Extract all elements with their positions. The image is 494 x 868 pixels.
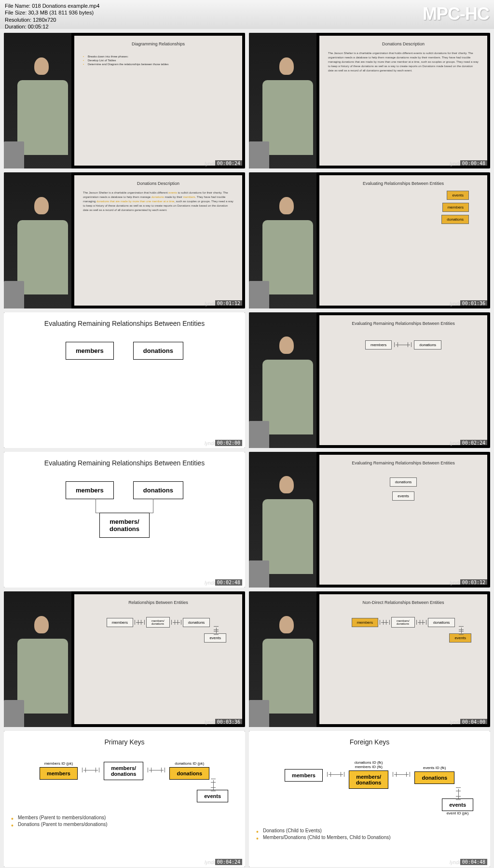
presenter <box>4 591 71 727</box>
thumbnail[interactable]: Evaluating Remaining Relationships Betwe… <box>249 312 490 448</box>
info-header: File Name: 018 Donations example.mp4 Fil… <box>0 0 494 29</box>
thumbnail[interactable]: Evaluating Remaining Relationships Betwe… <box>4 312 245 448</box>
timestamp: 00:02:00 <box>215 440 242 446</box>
timestamp: 00:02:24 <box>460 440 487 446</box>
watermark: lynda <box>205 720 216 725</box>
thumbnail[interactable]: Diagramming Relationships Breaks down in… <box>4 33 245 168</box>
presenter <box>249 172 316 308</box>
thumbnail[interactable]: Evaluating Relationships Between Entitie… <box>249 172 490 308</box>
thumbnail-grid: Diagramming Relationships Breaks down in… <box>0 29 494 868</box>
file-size: 30,3 MB (31 811 936 bytes) <box>28 10 94 15</box>
thumbnail[interactable]: Donations Description The Jaxson Shelter… <box>4 172 245 308</box>
presenter <box>4 33 71 168</box>
watermark: lynda <box>205 860 216 865</box>
watermark: lynda <box>205 161 216 167</box>
resolution: 1280x720 <box>33 17 56 23</box>
watermark: lynda <box>450 720 461 725</box>
presenter <box>4 172 71 308</box>
thumbnail[interactable]: Donations Description The Jaxson Shelter… <box>249 33 490 168</box>
watermark: lynda <box>205 441 216 446</box>
duration: 00:05:12 <box>28 24 49 29</box>
slide-title: Primary Keys <box>104 738 144 746</box>
timestamp: 00:01:36 <box>460 300 487 307</box>
timestamp: 00:03:12 <box>460 579 487 586</box>
watermark: lynda <box>450 161 461 167</box>
thumbnail[interactable]: Non-Direct Relationships Between Entitie… <box>249 591 490 727</box>
slide-title: Evaluating Remaining Relationships Betwe… <box>44 320 205 327</box>
watermark: lynda <box>450 441 461 446</box>
presenter <box>249 33 316 168</box>
thumbnail[interactable]: Evaluating Remaining Relationships Betwe… <box>249 452 490 588</box>
timestamp: 00:02:48 <box>215 579 242 586</box>
watermark: lynda <box>450 860 461 865</box>
slide-title: Donations Description <box>83 181 233 186</box>
slide-title: Foreign Keys <box>350 738 389 746</box>
timestamp: 00:00:48 <box>460 160 487 167</box>
timestamp: 00:01:12 <box>215 300 242 307</box>
app-logo: MPC-HC <box>423 4 489 24</box>
slide-title: Evaluating Remaining Relationships Betwe… <box>44 459 205 467</box>
watermark: lynda <box>205 301 216 307</box>
slide-title: Relationships Between Entities <box>83 600 233 605</box>
slide-title: Diagramming Relationships <box>83 42 233 46</box>
timestamp: 00:00:24 <box>215 160 242 167</box>
slide-title: Evaluating Relationships Between Entitie… <box>328 181 479 186</box>
watermark: lynda <box>450 580 461 586</box>
slide-title: Evaluating Remaining Relationships Betwe… <box>328 321 479 326</box>
timestamp: 00:04:00 <box>460 719 487 725</box>
slide-title: Donations Description <box>328 42 479 46</box>
thumbnail[interactable]: Primary Keys members ID (pk) members mem… <box>4 731 245 867</box>
thumbnail[interactable]: Relationships Between Entities members m… <box>4 591 245 727</box>
timestamp: 00:04:24 <box>215 859 242 865</box>
thumbnail[interactable]: Evaluating Remaining Relationships Betwe… <box>4 452 245 588</box>
slide-title: Non-Direct Relationships Between Entitie… <box>328 600 479 605</box>
file-name: 018 Donations example.mp4 <box>32 3 99 9</box>
presenter <box>249 452 316 588</box>
timestamp: 00:03:36 <box>215 719 242 725</box>
timestamp: 00:04:48 <box>460 859 487 865</box>
presenter <box>249 591 316 727</box>
watermark: lynda <box>450 301 461 307</box>
watermark: lynda <box>205 580 216 586</box>
slide-title: Evaluating Remaining Relationships Betwe… <box>328 461 479 465</box>
presenter <box>249 312 316 448</box>
thumbnail[interactable]: Foreign Keys members donations ID (fk) m… <box>249 731 490 867</box>
